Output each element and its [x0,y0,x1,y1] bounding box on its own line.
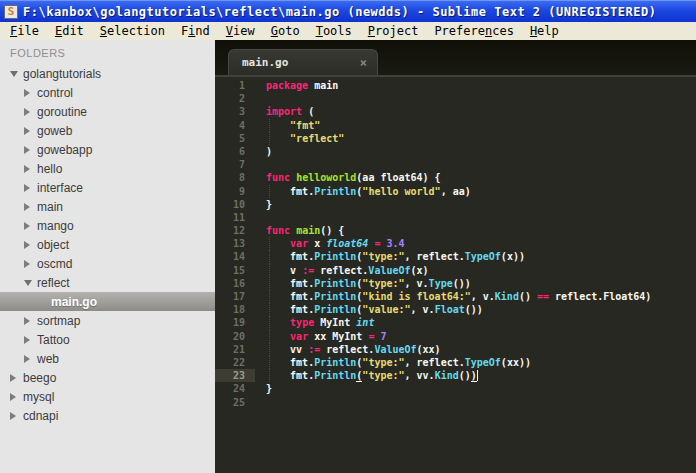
code-line-6[interactable]: 6) [215,145,696,158]
code-line-text: fmt.Println("type:", vv.Kind()) [266,369,478,382]
menu-preferences[interactable]: Preferences [426,24,522,38]
folder-item-cdnapi[interactable]: cdnapi [0,406,215,425]
code-line-3[interactable]: 3import ( [215,105,696,118]
line-number: 17 [215,290,255,303]
line-number: 13 [215,237,255,250]
code-line-25[interactable]: 25 [215,396,696,409]
code-line-text: import ( [266,105,314,118]
code-line-2[interactable]: 2 [215,92,696,105]
menu-tools[interactable]: Tools [308,24,360,38]
code-line-text: fmt.Println("type:", reflect.TypeOf(xx)) [266,356,531,369]
code-line-24[interactable]: 24} [215,382,696,395]
code-line-8[interactable]: 8func helloworld(aa float64) { [215,171,696,184]
tab-main-go[interactable]: main.go × [228,49,378,75]
folder-item-tattoo[interactable]: Tattoo [0,330,215,349]
tree-item-label: main [35,200,63,214]
tree-item-label: goweb [35,124,72,138]
line-number: 18 [215,303,255,316]
code-line-text: package main [266,79,338,92]
code-line-text: } [266,198,272,211]
line-number: 14 [215,250,255,263]
line-number: 20 [215,330,255,343]
code-line-21[interactable]: 21 vv := reflect.ValueOf(xx) [215,343,696,356]
line-number: 23 [215,369,255,382]
folder-item-control[interactable]: control [0,83,215,102]
indent-guide [269,185,270,198]
code-line-15[interactable]: 15 v := reflect.ValueOf(x) [215,264,696,277]
code-line-23[interactable]: 23 fmt.Println("type:", vv.Kind()) [215,369,696,382]
folder-item-gowebapp[interactable]: gowebapp [0,140,215,159]
tree-item-label: sortmap [35,314,80,328]
menu-selection[interactable]: Selection [92,24,173,38]
code-line-17[interactable]: 17 fmt.Println("kind is float64:", v.Kin… [215,290,696,303]
line-number: 11 [215,211,255,224]
menu-project[interactable]: Project [360,24,427,38]
line-number: 6 [215,145,255,158]
menu-help[interactable]: Help [522,24,567,38]
code-line-12[interactable]: 12func main() { [215,224,696,237]
code-line-9[interactable]: 9 fmt.Println("hello world", aa) [215,185,696,198]
code-line-1[interactable]: 1package main [215,79,696,92]
tree-item-label: interface [35,181,83,195]
file-item-main.go[interactable]: main.go [0,292,215,311]
folder-item-main[interactable]: main [0,197,215,216]
tab-close-icon[interactable]: × [360,57,367,69]
menu-goto[interactable]: Goto [263,24,308,38]
code-line-text: var x float64 = 3.4 [266,237,405,250]
menu-find[interactable]: Find [173,24,218,38]
folder-item-mango[interactable]: mango [0,216,215,235]
indent-guide [269,343,270,356]
tree-item-label: mango [35,219,74,233]
tree-item-label: gowebapp [35,143,92,157]
main-content: FOLDERS golangtutorialscontrolgoroutineg… [0,40,696,473]
folder-item-web[interactable]: web [0,349,215,368]
folder-item-oscmd[interactable]: oscmd [0,254,215,273]
folder-item-mysql[interactable]: mysql [0,387,215,406]
sublime-text-window: S F:\kanbox\golangtutorials\reflect\main… [0,0,696,473]
line-number: 2 [215,92,255,105]
folder-item-interface[interactable]: interface [0,178,215,197]
menu-view[interactable]: View [218,24,263,38]
code-line-5[interactable]: 5 "reflect" [215,132,696,145]
folder-item-sortmap[interactable]: sortmap [0,311,215,330]
tree-item-label: golangtutorials [21,67,101,81]
code-line-14[interactable]: 14 fmt.Println("type:", reflect.TypeOf(x… [215,250,696,263]
code-line-text: ) [266,145,272,158]
code-line-4[interactable]: 4 "fmt" [215,119,696,132]
code-line-16[interactable]: 16 fmt.Println("type:", v.Type()) [215,277,696,290]
code-line-18[interactable]: 18 fmt.Println("value:", v.Float()) [215,303,696,316]
folder-item-goroutine[interactable]: goroutine [0,102,215,121]
line-number: 15 [215,264,255,277]
code-line-19[interactable]: 19 type MyInt int [215,316,696,329]
folder-item-goweb[interactable]: goweb [0,121,215,140]
sublime-text-app-icon: S [4,5,18,19]
folder-item-golangtutorials[interactable]: golangtutorials [0,64,215,83]
line-number: 21 [215,343,255,356]
code-line-text: func helloworld(aa float64) { [266,171,441,184]
code-area[interactable]: 1package main23import (4 "fmt"5 "reflect… [215,77,696,473]
code-line-text: fmt.Println("type:", v.Type()) [266,277,471,290]
menu-edit[interactable]: Edit [47,24,92,38]
indent-guide [269,277,270,290]
code-line-text: func main() { [266,224,344,237]
code-line-10[interactable]: 10} [215,198,696,211]
code-line-7[interactable]: 7 [215,158,696,171]
code-line-text: fmt.Println("hello world", aa) [266,185,471,198]
code-line-11[interactable]: 11 [215,211,696,224]
menu-file[interactable]: File [2,24,47,38]
tree-item-label: mysql [21,390,54,404]
tab-label: main.go [242,56,360,69]
folder-item-beego[interactable]: beego [0,368,215,387]
folder-item-reflect[interactable]: reflect [0,273,215,292]
indent-guide [269,356,270,369]
title-bar: S F:\kanbox\golangtutorials\reflect\main… [0,0,696,22]
code-line-13[interactable]: 13 var x float64 = 3.4 [215,237,696,250]
folder-item-object[interactable]: object [0,235,215,254]
folder-item-hello[interactable]: hello [0,159,215,178]
line-number: 1 [215,79,255,92]
code-line-20[interactable]: 20 var xx MyInt = 7 [215,330,696,343]
indent-guide [269,250,270,263]
line-number: 25 [215,396,255,409]
line-number: 24 [215,382,255,395]
code-line-22[interactable]: 22 fmt.Println("type:", reflect.TypeOf(x… [215,356,696,369]
